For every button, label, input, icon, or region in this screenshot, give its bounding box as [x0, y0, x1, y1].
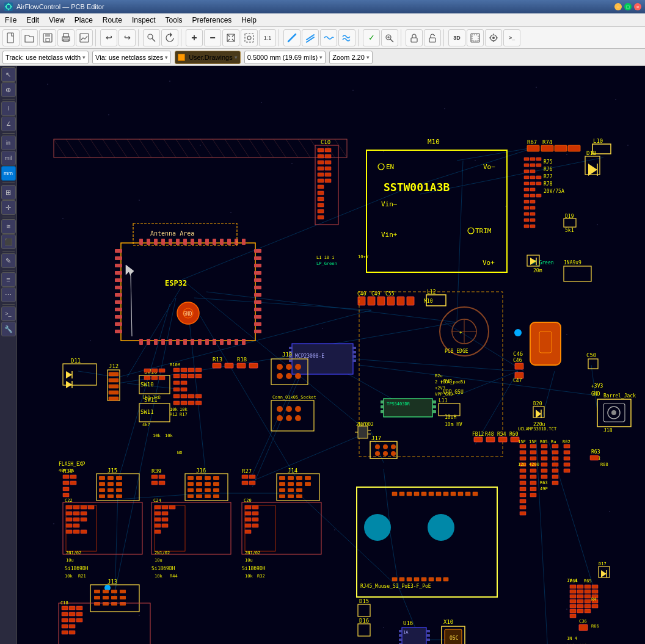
print-button[interactable]: [57, 29, 75, 46]
svg-text:10m HV: 10m HV: [445, 422, 462, 427]
track-width-select[interactable]: Track: use netclass width ▾: [2, 51, 89, 64]
menu-preferences[interactable]: Preferences: [188, 13, 237, 26]
zoom-in-button[interactable]: +: [186, 29, 203, 46]
lock-button[interactable]: [406, 29, 423, 46]
minimize-button[interactable]: −: [614, 3, 622, 10]
svg-rect-423: [109, 378, 118, 382]
via-size-select[interactable]: Via: use netclass sizes ▾: [92, 51, 171, 64]
svg-rect-226: [524, 188, 529, 191]
grid-select[interactable]: 0.5000 mm (19.69 mils) ▾: [244, 51, 326, 64]
zoom-out-button[interactable]: −: [204, 29, 221, 46]
svg-rect-720: [579, 624, 588, 631]
svg-rect-319: [486, 437, 495, 442]
svg-rect-457: [173, 388, 180, 391]
svg-text:VPP_GND: VPP_GND: [435, 392, 453, 397]
zoom-selection-button[interactable]: [241, 29, 258, 46]
route-single-button[interactable]: [283, 29, 301, 46]
svg-rect-564: [288, 482, 294, 486]
new-button[interactable]: [2, 29, 20, 46]
svg-text:C36: C36: [579, 619, 587, 624]
zoom-fit-button[interactable]: [222, 29, 239, 46]
units-mil-tool[interactable]: mil: [1, 151, 16, 165]
svg-text:R74: R74: [542, 139, 552, 145]
ratsnest-tool[interactable]: ≋: [1, 219, 16, 234]
units-mm-tool[interactable]: mm: [1, 166, 16, 181]
units-in-tool[interactable]: in: [1, 136, 16, 150]
svg-rect-706: [585, 599, 591, 603]
redo-button[interactable]: ↪: [118, 29, 136, 46]
svg-rect-701: [592, 585, 598, 588]
net-inspector-button[interactable]: [381, 29, 398, 46]
fab-button[interactable]: [485, 29, 502, 46]
app-icon: [4, 2, 13, 12]
lt-sep5: [2, 251, 15, 251]
refresh-button[interactable]: [161, 29, 178, 46]
svg-point-59: [334, 529, 335, 530]
svg-rect-383: [590, 455, 599, 460]
board-tool[interactable]: ⬛: [1, 234, 16, 249]
svg-rect-496: [81, 505, 87, 509]
tune-diff-button[interactable]: [338, 29, 355, 46]
undo-button[interactable]: ↩: [100, 29, 117, 46]
close-button[interactable]: ×: [634, 3, 641, 10]
open-button[interactable]: [21, 29, 38, 46]
select-tool[interactable]: ↖: [1, 67, 16, 82]
svg-text:R63: R63: [591, 449, 600, 455]
plot-button[interactable]: [76, 29, 93, 46]
menu-place[interactable]: Place: [70, 13, 98, 26]
svg-rect-566: [305, 482, 311, 486]
highlight-net-tool[interactable]: ⊕: [1, 82, 16, 97]
menu-view[interactable]: View: [44, 13, 70, 26]
search-button[interactable]: [143, 29, 160, 46]
tune-length-button[interactable]: [320, 29, 337, 46]
maximize-button[interactable]: □: [624, 3, 632, 10]
scripting-button[interactable]: >_: [503, 29, 520, 46]
route-diff-button[interactable]: [302, 29, 319, 46]
track-width-arrow: ▾: [82, 54, 86, 60]
svg-text:J12: J12: [109, 363, 118, 369]
scripting-console-tool[interactable]: >_: [1, 306, 16, 321]
cursor-tool[interactable]: ✛: [1, 200, 16, 215]
drc-button[interactable]: ✓: [363, 29, 380, 46]
unlock-button[interactable]: [424, 29, 441, 46]
svg-point-50: [62, 218, 64, 219]
svg-rect-571: [288, 494, 294, 498]
svg-text:12Ω: 12Ω: [518, 462, 526, 467]
svg-point-39: [352, 90, 354, 91]
pcb-canvas[interactable]: GND ESP32 Antenna Area SSTW001A3B M10 EN…: [17, 66, 645, 644]
tools-tool[interactable]: 🔧: [1, 322, 16, 336]
menu-file[interactable]: File: [0, 13, 21, 26]
layer-select[interactable]: User.Drawings ▾: [175, 51, 241, 64]
menu-help[interactable]: Help: [236, 13, 261, 26]
save-button[interactable]: [39, 29, 56, 46]
svg-rect-501: [66, 518, 72, 521]
menu-edit[interactable]: Edit: [21, 13, 44, 26]
svg-rect-154: [139, 239, 143, 245]
svg-rect-742: [318, 203, 324, 207]
edit-fp-tool[interactable]: ✎: [1, 253, 16, 268]
zoom-select[interactable]: Zoom 2.20 ▾: [329, 51, 373, 64]
svg-rect-345: [530, 450, 536, 454]
sep4: [279, 29, 281, 46]
board-setup-button[interactable]: [467, 29, 484, 46]
svg-point-38: [261, 102, 262, 103]
grid-tool[interactable]: ⊞: [1, 185, 16, 200]
svg-text:R02: R02: [563, 440, 570, 444]
svg-text:R76: R76: [544, 167, 553, 172]
menu-inspect[interactable]: Inspect: [127, 13, 161, 26]
local-ratsnest-tool[interactable]: ⌇: [1, 101, 16, 116]
svg-rect-688: [577, 585, 583, 588]
measure-tool[interactable]: ∠: [1, 117, 16, 131]
3d-viewer-button[interactable]: 3D: [448, 29, 465, 46]
svg-text:EN: EN: [386, 163, 394, 171]
menu-route[interactable]: Route: [98, 13, 127, 26]
svg-rect-163: [205, 239, 209, 245]
menu-tools[interactable]: Tools: [161, 13, 188, 26]
svg-text:J13: J13: [108, 579, 117, 585]
svg-rect-505: [73, 524, 79, 527]
zoom-100-button[interactable]: 1:1: [259, 29, 276, 46]
svg-rect-458: [181, 388, 187, 391]
layers-tool[interactable]: ≡: [1, 272, 16, 287]
nets-tool[interactable]: ⋯: [1, 288, 16, 302]
svg-rect-615: [62, 618, 68, 622]
